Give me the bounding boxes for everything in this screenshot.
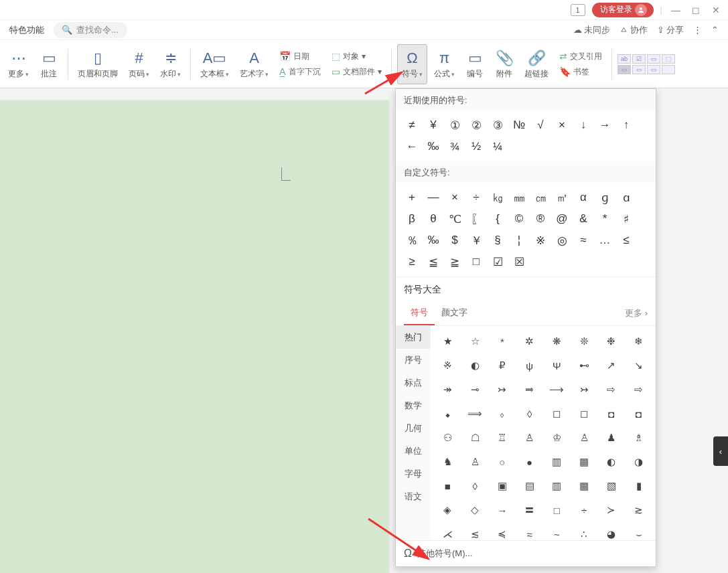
more-menu[interactable]: ⋮ (693, 25, 702, 35)
symbol-item[interactable]: ⊸ (462, 378, 488, 401)
custom-symbol[interactable]: ℃ (444, 208, 465, 230)
symbol-item[interactable]: ◇ (462, 499, 488, 521)
symbol-item[interactable]: ₽ (490, 354, 516, 377)
symbol-item[interactable]: ▦ (571, 475, 597, 497)
custom-symbol[interactable]: ㎏ (487, 187, 508, 208)
symbol-item[interactable]: ⟹ (462, 402, 488, 425)
symbol-item[interactable]: ≲ (462, 523, 488, 540)
symbol-item[interactable]: ▣ (490, 475, 516, 497)
symbol-item[interactable]: ○ (490, 451, 516, 473)
custom-symbol[interactable]: ÷ (465, 187, 487, 208)
recent-symbol[interactable]: ¼ (487, 136, 508, 157)
custom-symbol[interactable]: α (573, 187, 594, 208)
recent-symbol[interactable]: × (551, 114, 573, 136)
symbol-item[interactable]: ♖ (490, 426, 516, 449)
symbol-item[interactable]: ◻ (544, 402, 570, 425)
symbol-item[interactable]: ⋌ (435, 523, 461, 540)
wordart-button[interactable]: A艺术字 (236, 44, 273, 84)
date-button[interactable]: 📅日期 (277, 50, 323, 64)
category-item[interactable]: 数学 (396, 394, 431, 417)
category-item[interactable]: 序号 (396, 349, 431, 372)
symbol-item[interactable]: ≳ (626, 499, 652, 521)
collab-button[interactable]: ㅿ协作 (620, 24, 648, 36)
symbol-item[interactable]: ⚇ (435, 426, 461, 449)
recent-symbol[interactable]: → (594, 114, 615, 136)
custom-symbol[interactable]: { (487, 208, 508, 230)
field-controls[interactable]: ab☑▭⬚ ▭▭▭ (617, 54, 675, 74)
custom-symbol[interactable]: ≈ (573, 230, 594, 251)
custom-symbol[interactable]: ㎜ (508, 187, 530, 208)
command-search[interactable]: 🔍 查找命令... (54, 22, 127, 38)
close-button[interactable]: ✕ (709, 5, 723, 15)
symbol-item[interactable]: ♔ (544, 426, 570, 449)
symbol-item[interactable]: ❋ (544, 330, 570, 353)
bookmark-button[interactable]: 🔖书签 (557, 65, 605, 79)
symbol-item[interactable]: ♗ (626, 426, 652, 449)
custom-symbol[interactable]: ¦ (508, 230, 530, 251)
header-footer-button[interactable]: ▯页眉和页脚 (74, 44, 122, 84)
custom-symbol[interactable]: — (423, 187, 444, 208)
document-page[interactable] (0, 100, 388, 573)
symbol-item[interactable]: ▦ (571, 451, 597, 473)
symbol-item[interactable]: ▥ (544, 475, 570, 497)
symbol-item[interactable]: ■ (435, 475, 461, 497)
symbol-item[interactable]: ⟶ (544, 378, 570, 401)
object-button[interactable]: ⬚对象▾ (329, 50, 384, 64)
custom-symbol[interactable]: + (401, 187, 423, 208)
symbol-item[interactable]: ⬨ (490, 402, 516, 425)
custom-symbol[interactable]: ㎝ (530, 187, 551, 208)
custom-symbol[interactable]: ≦ (423, 251, 444, 272)
symbol-item[interactable]: ◻ (571, 402, 597, 425)
custom-symbol[interactable]: * (594, 208, 615, 230)
recent-symbol[interactable]: ¾ (444, 136, 465, 157)
symbol-item[interactable]: ⊷ (571, 354, 597, 377)
symbol-item[interactable]: ◐ (462, 354, 488, 377)
recent-symbol[interactable]: ③ (487, 114, 508, 136)
login-button[interactable]: 访客登录 (592, 3, 654, 17)
collapse-ribbon[interactable]: ⌃ (711, 25, 719, 35)
symbol-item[interactable]: ☆ (462, 330, 488, 353)
symbol-scroll-area[interactable]: ★☆*✲❋❊❉❄※◐₽ψΨ⊷↗↘↠⊸↣⥤⟶↣⇨⇨⬥⟹⬨◊◻◻◘◘⚇☖♖♙♔♙♟♗… (431, 326, 656, 540)
symbol-item[interactable]: ⇨ (599, 378, 625, 401)
symbol-item[interactable]: ÷ (571, 499, 597, 521)
recent-symbol[interactable]: ½ (465, 136, 487, 157)
symbol-item[interactable]: ☖ (462, 426, 488, 449)
custom-symbol[interactable]: 〖 (465, 208, 487, 230)
numbering-button[interactable]: ▭编号 (461, 44, 488, 84)
custom-symbol[interactable]: ◎ (551, 230, 573, 251)
custom-symbol[interactable]: ® (530, 208, 551, 230)
recent-symbol[interactable]: ‰ (423, 136, 444, 157)
category-item[interactable]: 字母 (396, 463, 431, 485)
symbol-item[interactable]: ❉ (599, 330, 625, 353)
recent-symbol[interactable]: ↓ (573, 114, 594, 136)
category-item[interactable]: 标点 (396, 372, 431, 394)
symbol-item[interactable]: ※ (435, 354, 461, 377)
tab-emoji[interactable]: 颜文字 (435, 301, 474, 325)
custom-symbol[interactable]: & (573, 208, 594, 230)
tab-symbol[interactable]: 符号 (404, 301, 435, 325)
custom-symbol[interactable]: ％ (401, 230, 423, 251)
symbol-item[interactable]: ♙ (571, 426, 597, 449)
custom-symbol[interactable]: © (508, 208, 530, 230)
custom-symbol[interactable]: ɡ (594, 187, 615, 208)
symbol-item[interactable]: * (490, 330, 516, 353)
symbol-item[interactable]: ◊ (516, 402, 542, 425)
symbol-item[interactable]: ↣ (490, 378, 516, 401)
custom-symbol[interactable]: … (594, 230, 615, 251)
symbol-item[interactable]: ♙ (462, 451, 488, 473)
custom-symbol[interactable]: □ (465, 251, 487, 272)
doc-parts-button[interactable]: ▭文档部件▾ (329, 65, 384, 79)
symbol-item[interactable]: ◈ (435, 499, 461, 521)
recent-symbol[interactable]: √ (530, 114, 551, 136)
custom-symbol[interactable]: × (444, 187, 465, 208)
symbol-item[interactable]: ♞ (435, 451, 461, 473)
symbol-item[interactable]: ≈ (516, 523, 542, 540)
minimize-button[interactable]: — (669, 5, 682, 15)
custom-symbol[interactable]: ‰ (423, 230, 444, 251)
custom-symbol[interactable]: ≧ (444, 251, 465, 272)
unsync-button[interactable]: ☁未同步 (573, 24, 610, 36)
symbol-item[interactable]: ◘ (599, 402, 625, 425)
category-item[interactable]: 单位 (396, 440, 431, 463)
custom-symbol[interactable]: θ (423, 208, 444, 230)
symbol-item[interactable]: ✲ (516, 330, 542, 353)
